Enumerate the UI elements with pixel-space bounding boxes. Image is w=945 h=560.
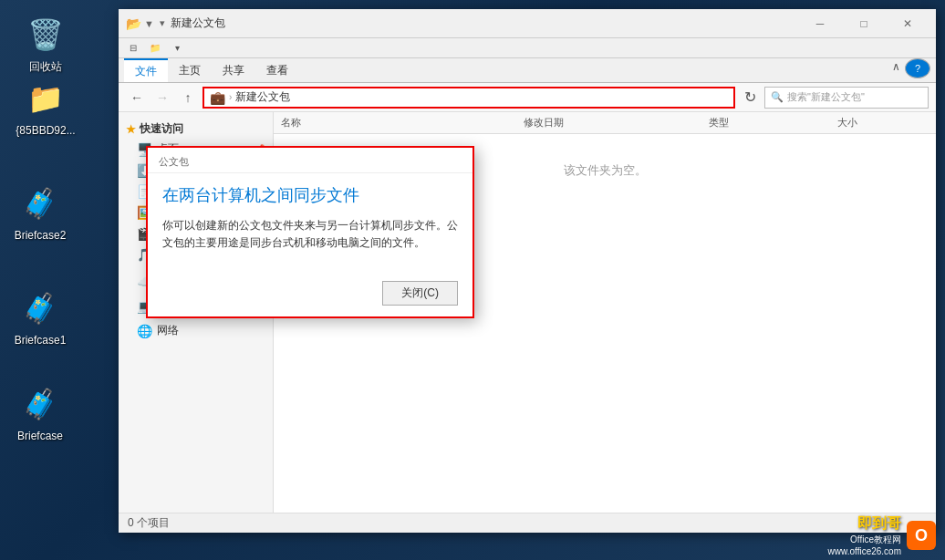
- dialog-body-text: 你可以创建新的公文包文件夹来与另一台计算机同步文件。公文包的主要用途是同步台式机…: [162, 217, 458, 252]
- quick-access-header[interactable]: ★ 快速访问: [119, 119, 273, 139]
- col-size[interactable]: 大小: [830, 112, 936, 133]
- tab-share[interactable]: 共享: [212, 58, 255, 82]
- col-name[interactable]: 名称: [274, 112, 516, 133]
- dialog-heading: 在两台计算机之间同步文件: [162, 184, 458, 206]
- quick-access-toolbar: ⊟ 📁 ▾: [119, 38, 936, 58]
- ribbon-tabs: 文件 主页 共享 查看 ∧ ?: [119, 58, 936, 82]
- breadcrumb-icon: 💼: [210, 90, 225, 105]
- refresh-button[interactable]: ↻: [739, 87, 761, 109]
- search-icon: 🔍: [771, 91, 784, 103]
- desktop-icon-briefcase[interactable]: 🧳 Briefcase: [4, 379, 77, 448]
- tab-home[interactable]: 主页: [168, 58, 212, 82]
- ribbon: 文件 主页 共享 查看 ∧ ?: [119, 58, 936, 83]
- quick-access-properties[interactable]: ⊟: [124, 40, 142, 57]
- title-bar-text: 新建公文包: [171, 16, 799, 31]
- forward-button[interactable]: →: [151, 87, 173, 109]
- col-type[interactable]: 类型: [701, 112, 830, 133]
- watermark-url: www.office26.com: [828, 546, 901, 556]
- col-date[interactable]: 修改日期: [516, 112, 701, 133]
- briefcase1-icon: 🧳: [18, 286, 62, 330]
- breadcrumb-separator: ›: [229, 92, 232, 102]
- dialog-footer: 关闭(C): [148, 281, 472, 316]
- title-bar: 📂 ▼ ▾ 新建公文包 ─ □ ✕: [119, 9, 936, 38]
- star-icon: ★: [126, 123, 136, 136]
- briefcase1-label: Briefcase1: [7, 334, 73, 348]
- dialog-title-text: 公文包: [159, 156, 189, 167]
- status-bar: 0 个项目: [119, 513, 936, 533]
- tab-view[interactable]: 查看: [255, 58, 299, 82]
- address-bar: ← → ↑ 💼 › 新建公文包 ↻ 🔍 搜索"新建公文包": [119, 83, 936, 112]
- breadcrumb[interactable]: 💼 › 新建公文包: [202, 87, 735, 109]
- dialog-title-bar: 公文包: [148, 148, 472, 173]
- briefcase-icon: 🧳: [18, 382, 62, 426]
- ribbon-collapse-btn[interactable]: ∧: [887, 58, 905, 75]
- help-btn[interactable]: ?: [905, 58, 930, 78]
- network-sidebar-icon: 🌐: [137, 324, 151, 338]
- desktop-icon-briefcase2[interactable]: 🧳 Briefcase2: [4, 178, 77, 247]
- watermark-sub-text: Office教程网: [828, 534, 901, 546]
- title-bar-icon: 📂: [126, 16, 140, 31]
- maximize-button[interactable]: □: [843, 9, 885, 38]
- file-list-header: 名称 修改日期 类型 大小: [274, 112, 936, 134]
- watermark: 即到哥 Office教程网 www.office26.com O: [828, 514, 936, 556]
- breadcrumb-path: 新建公文包: [235, 89, 290, 105]
- desktop-icon-briefcase1[interactable]: 🧳 Briefcase1: [4, 283, 77, 352]
- dialog-body: 在两台计算机之间同步文件 你可以创建新的公文包文件夹来与另一台计算机同步文件。公…: [148, 173, 472, 281]
- watermark-text-group: 即到哥 Office教程网 www.office26.com: [828, 514, 901, 556]
- minimize-button[interactable]: ─: [799, 9, 841, 38]
- quick-access-newfolder[interactable]: 📁: [146, 40, 164, 57]
- tab-file[interactable]: 文件: [124, 58, 168, 82]
- desktop-icon-recycle-bin[interactable]: 🗑️ 回收站: [9, 9, 82, 78]
- sidebar-item-network[interactable]: 🌐 网络: [119, 320, 273, 341]
- desktop: 🗑️ 回收站 📁 {85BBD92... 🧳 Briefcase2 🧳 Brie…: [0, 0, 945, 560]
- recycle-bin-icon: 🗑️: [24, 13, 68, 57]
- watermark-main-text: 即到哥: [828, 514, 901, 534]
- folder-yellow-label: {85BBD92...: [13, 124, 78, 139]
- folder-yellow-icon: 📁: [24, 77, 68, 120]
- title-bar-sep: ▾: [160, 17, 165, 29]
- window-controls: ─ □ ✕: [799, 9, 929, 38]
- item-count: 0 个项目: [128, 515, 170, 531]
- search-box[interactable]: 🔍 搜索"新建公文包": [764, 87, 929, 109]
- sidebar-item-network-label: 网络: [157, 323, 179, 338]
- watermark-logo: O: [907, 521, 936, 550]
- up-button[interactable]: ↑: [177, 87, 199, 109]
- briefcase-label: Briefcase: [7, 430, 73, 444]
- quick-access-label: 快速访问: [140, 121, 183, 137]
- dialog: 公文包 在两台计算机之间同步文件 你可以创建新的公文包文件夹来与另一台计算机同步…: [146, 146, 474, 318]
- back-button[interactable]: ←: [126, 87, 148, 109]
- desktop-icon-folder-yellow[interactable]: 📁 {85BBD92...: [9, 73, 82, 142]
- search-placeholder: 搜索"新建公文包": [787, 90, 865, 104]
- close-button[interactable]: ✕: [887, 9, 929, 38]
- quick-access-dropdown[interactable]: ▾: [168, 40, 186, 57]
- title-bar-dropdown-icon: ▼: [144, 18, 154, 29]
- dialog-close-button[interactable]: 关闭(C): [382, 281, 458, 306]
- briefcase2-icon: 🧳: [18, 181, 62, 225]
- briefcase2-label: Briefcase2: [7, 229, 73, 244]
